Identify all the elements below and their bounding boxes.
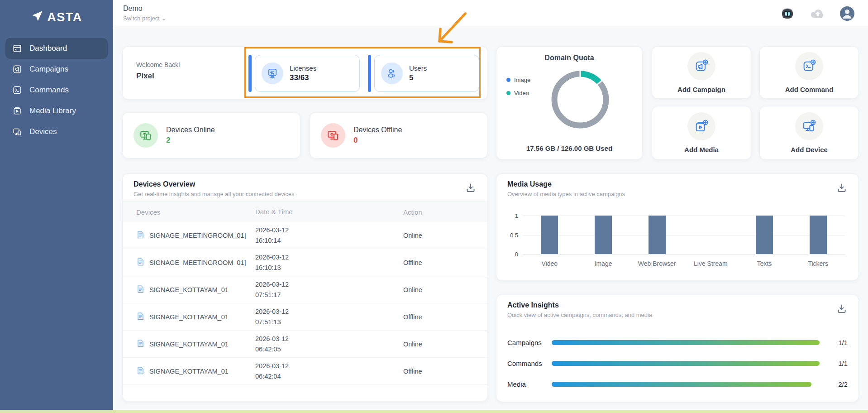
table-row: SIGNAGE_MEETINGROOM_01]2026-03-1216:10:1… — [123, 249, 487, 276]
sidebar-item-label: Devices — [29, 127, 57, 136]
file-icon — [136, 231, 145, 240]
dashboard-icon — [12, 43, 23, 54]
user-name: Pixel — [136, 72, 154, 81]
legend-label-image: Image — [514, 77, 530, 83]
commands-icon — [12, 85, 23, 96]
row-date: 2026-03-12 — [255, 334, 381, 344]
media-usage-subtitle: Overview of media types in active campai… — [507, 191, 848, 197]
domain-quota-card: Domain Quota Image Video 17.56 GB / 126.… — [496, 46, 643, 160]
bar-column — [523, 216, 577, 254]
licenses-value: 33/63 — [290, 73, 316, 82]
download-icon[interactable] — [465, 182, 477, 194]
row-date: 2026-03-12 — [255, 279, 381, 289]
devices-online-label: Devices Online — [166, 126, 215, 134]
greeting-text: Welcome Back! — [136, 61, 180, 68]
y-tick: 1 — [515, 212, 518, 219]
active-insights-title: Active Insights — [507, 301, 848, 309]
add-device-label: Add Device — [791, 146, 828, 154]
bar-texts — [756, 216, 773, 254]
add-command-button[interactable]: Add Command — [759, 46, 859, 99]
device-name: SIGNAGE_KOTTAYAM_01 — [149, 286, 229, 293]
y-tick: 0.5 — [510, 231, 518, 238]
table-row: SIGNAGE_KOTTAYAM_012026-03-1207:51:13Off… — [123, 303, 487, 331]
table-row: SIGNAGE_MEETINGROOM_01]2026-03-1216:10:1… — [123, 222, 487, 249]
domain-quota-usage-text: 17.56 GB / 126.00 GB Used — [496, 144, 642, 152]
sidebar-item-label: Media Library — [29, 106, 76, 115]
sidebar-item-commands[interactable]: Commands — [5, 80, 108, 101]
download-icon[interactable] — [836, 303, 848, 315]
cloud-upload-icon[interactable] — [809, 5, 825, 22]
row-status: Online — [381, 286, 487, 293]
add-media-icon — [687, 112, 715, 140]
add-campaign-button[interactable]: Add Campaign — [652, 46, 751, 99]
row-date: 2026-03-12 — [255, 225, 381, 235]
row-time: 07:51:17 — [255, 290, 381, 300]
sidebar-nav: Dashboard Campaigns Commands Media Libra… — [0, 38, 113, 142]
sidebar-item-devices[interactable]: Devices — [5, 121, 108, 142]
sidebar-item-label: Commands — [29, 86, 69, 95]
switch-project-dropdown[interactable]: Switch project ⌄ — [123, 15, 166, 22]
bar-column — [791, 216, 845, 254]
users-stat-card: Users 5 — [374, 55, 479, 92]
add-command-label: Add Command — [785, 86, 834, 93]
row-status: Offline — [381, 368, 487, 375]
bar-column — [630, 216, 684, 254]
file-icon — [136, 285, 145, 295]
insight-value: 2/2 — [832, 380, 848, 388]
devices-overview-title: Devices Overview — [134, 180, 477, 188]
add-command-icon — [795, 52, 823, 80]
insight-row-campaigns: Campaigns 1/1 — [507, 338, 848, 347]
device-name: SIGNAGE_KOTTAYAM_01 — [149, 313, 229, 321]
licenses-stat-card: Licenses 33/63 — [255, 55, 360, 92]
bot-icon[interactable] — [779, 5, 796, 22]
sidebar-item-campaigns[interactable]: Campaigns — [5, 59, 108, 80]
campaigns-icon — [12, 64, 23, 75]
asta-logo-arrow-icon — [31, 10, 43, 24]
sidebar-item-label: Dashboard — [29, 44, 67, 53]
license-icon — [262, 62, 283, 84]
device-name: SIGNAGE_KOTTAYAM_01 — [149, 341, 229, 348]
user-avatar[interactable] — [839, 5, 855, 22]
media-usage-bar-chart: 1 0.5 0 — [523, 216, 845, 254]
app-logo: ASTA — [0, 0, 113, 26]
progress-bar-campaigns — [552, 340, 820, 345]
row-status: Offline — [381, 259, 487, 266]
devices-offline-value: 0 — [353, 136, 402, 145]
add-media-button[interactable]: Add Media — [652, 106, 751, 160]
devices-online-icon — [134, 123, 158, 148]
sidebar-item-media-library[interactable]: Media Library — [5, 101, 108, 121]
users-value: 5 — [409, 73, 427, 82]
sidebar-item-dashboard[interactable]: Dashboard — [5, 38, 108, 59]
insight-value: 1/1 — [832, 360, 848, 367]
add-device-button[interactable]: Add Device — [759, 106, 859, 160]
devices-offline-card: Devices Offline 0 — [310, 112, 488, 158]
row-date: 2026-03-12 — [255, 252, 381, 262]
download-icon[interactable] — [836, 182, 848, 194]
device-name: SIGNAGE_MEETINGROOM_01] — [149, 232, 246, 239]
insight-row-media: Media 2/2 — [507, 379, 848, 389]
bar-column — [577, 216, 630, 254]
row-time: 16:10:13 — [255, 263, 381, 273]
column-header-datetime: Date & Time — [252, 206, 381, 217]
bottom-scroll-strip[interactable] — [0, 410, 868, 413]
bar-web-browser — [649, 216, 666, 254]
sidebar-item-label: Campaigns — [29, 65, 68, 74]
add-campaign-icon — [687, 52, 715, 80]
row-date: 2026-03-12 — [255, 307, 381, 317]
table-row: SIGNAGE_KOTTAYAM_012026-03-1206:42:05Onl… — [123, 331, 487, 358]
bar-image — [595, 216, 612, 254]
active-insights-card: Active Insights Quick view of active cam… — [496, 294, 859, 402]
device-name: SIGNAGE_KOTTAYAM_01 — [149, 368, 229, 375]
project-name: Demo — [123, 5, 143, 13]
licenses-label: Licenses — [290, 64, 316, 72]
row-time: 16:10:14 — [255, 235, 381, 245]
dashboard-screen: ASTA Dashboard Campaigns Commands — [0, 0, 868, 413]
x-axis-label: Web Browser — [630, 260, 684, 267]
x-axis-label: Image — [577, 260, 630, 267]
insight-label: Media — [507, 380, 552, 388]
file-icon — [136, 258, 145, 268]
devices-online-value: 2 — [166, 136, 215, 145]
devices-icon — [12, 126, 23, 137]
active-insights-subtitle: Quick view of active campaigns, commands… — [507, 312, 848, 318]
row-time: 06:42:04 — [255, 371, 381, 381]
